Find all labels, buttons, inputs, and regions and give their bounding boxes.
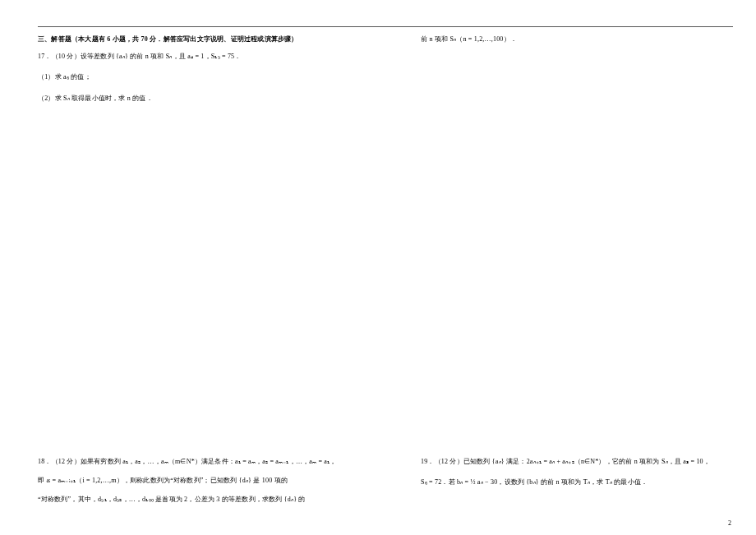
section-heading: 三、解答题（本大题有 6 小题，共 70 分．解答应写出文字说明、证明过程或演算… <box>38 33 383 45</box>
q19-line2: S₆ = 72．若 bₙ = ½ aₙ − 30，设数列 {bₙ} 的前 n 项… <box>421 476 756 488</box>
page-number: 2 <box>728 519 731 527</box>
q18-line3: “对称数列”，其中，d₅₁，d₅₂，…，d₁₀₀ 是首项为 2，公差为 3 的等… <box>38 493 383 505</box>
left-column-top: 三、解答题（本大题有 6 小题，共 70 分．解答应写出文字说明、证明过程或演算… <box>38 33 383 104</box>
top-rule <box>38 26 733 27</box>
q18-line4-right: 前 n 项和 Sₙ（n = 1,2,…,100）． <box>421 33 756 45</box>
q18-line1: 18．（12 分）如果有穷数列 a₁，a₂，…，aₘ（m∈N*）满足条件：a₁ … <box>38 455 383 468</box>
right-column-top: 前 n 项和 Sₙ（n = 1,2,…,100）． <box>421 33 756 45</box>
q17-stem: 17．（10 分）设等差数列 {aₙ} 的前 n 项和 Sₙ，且 a₄ = 1，… <box>38 50 383 62</box>
q17-part2: （2）求 Sₙ 取得最小值时，求 n 的值． <box>38 92 383 104</box>
q17-part1: （1）求 a₆ 的值； <box>38 71 383 83</box>
left-column-bottom: 18．（12 分）如果有穷数列 a₁，a₂，…，aₘ（m∈N*）满足条件：a₁ … <box>38 455 383 506</box>
q18-line2: 即 aᵢ = aₘ₋ᵢ₊₁（i = 1,2,…,m），则称此数列为“对称数列”；… <box>38 474 383 487</box>
q19-line1: 19．（12 分）已知数列 {aₙ} 满足：2aₙ₊₁ = aₙ + aₙ₊₂（… <box>421 455 756 468</box>
right-column-bottom: 19．（12 分）已知数列 {aₙ} 满足：2aₙ₊₁ = aₙ + aₙ₊₂（… <box>421 455 756 488</box>
